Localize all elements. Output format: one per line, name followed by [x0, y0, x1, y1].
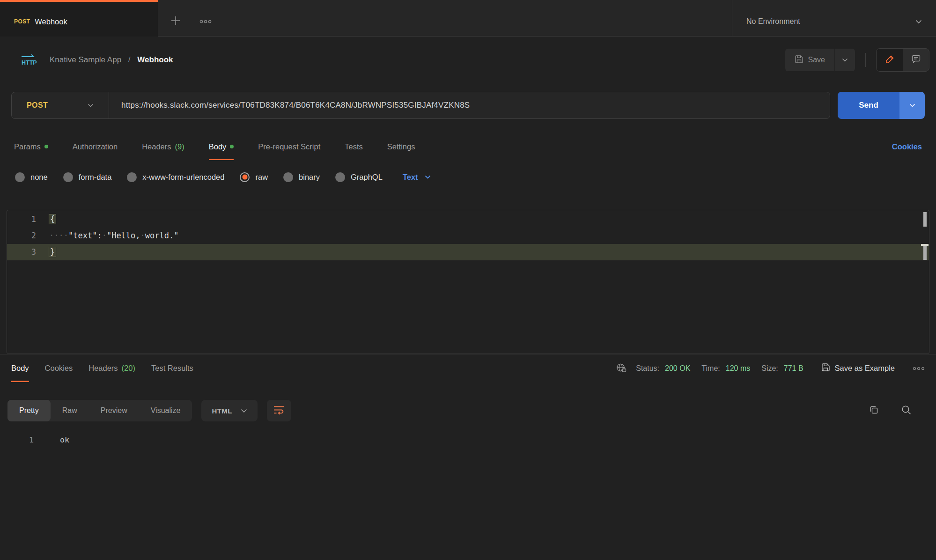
environment-label: No Environment — [746, 17, 800, 26]
response-body[interactable]: 1 ok — [0, 432, 936, 449]
editor-line-1: 1 { — [7, 211, 929, 228]
response-format-selector[interactable]: HTML — [201, 400, 257, 421]
pencil-icon — [885, 54, 895, 66]
response-line-1: 1 ok — [0, 432, 936, 449]
language-label: Text — [403, 173, 418, 182]
save-options-button[interactable] — [834, 49, 855, 71]
radio-icon — [335, 172, 345, 182]
request-tab[interactable]: POST Webhook — [0, 0, 158, 37]
tab-strip-border — [158, 36, 936, 37]
tab-headers[interactable]: Headers (9) — [142, 133, 184, 160]
line-number: 1 — [0, 432, 40, 449]
toolbar-divider — [865, 53, 866, 67]
tab-options-button[interactable] — [195, 0, 216, 37]
breadcrumb-request: Webhook — [137, 55, 173, 64]
tab-params-label: Params — [14, 142, 41, 151]
chevron-down-icon — [842, 58, 848, 62]
search-icon — [901, 405, 912, 417]
radio-graphql[interactable]: GraphQL — [335, 172, 383, 182]
tab-strip-spacer — [216, 0, 732, 37]
edit-mode-group — [876, 48, 929, 72]
response-tab-cookies-label: Cookies — [45, 364, 73, 373]
comments-button[interactable] — [903, 49, 929, 71]
tab-params[interactable]: Params — [14, 133, 48, 160]
cookies-link[interactable]: Cookies — [892, 142, 922, 151]
view-pretty[interactable]: Pretty — [7, 400, 51, 421]
radio-form-data[interactable]: form-data — [63, 172, 112, 182]
view-preview[interactable]: Preview — [89, 400, 139, 421]
radio-none[interactable]: none — [15, 172, 48, 182]
body-active-dot — [230, 145, 234, 148]
overview-ruler-mark[interactable] — [923, 246, 927, 260]
http-request-icon: HTTP — [20, 53, 37, 67]
breadcrumb: Knative Sample App / Webhook — [50, 55, 173, 65]
response-header: Body Cookies Headers (20) Test Results S… — [0, 354, 936, 382]
response-tab-headers[interactable]: Headers (20) — [88, 354, 135, 382]
method-selector[interactable]: POST — [12, 92, 109, 118]
tab-authorization[interactable]: Authorization — [73, 133, 118, 160]
radio-x-www-form-urlencoded[interactable]: x-www-form-urlencoded — [127, 172, 224, 182]
radio-selected-icon — [240, 172, 250, 182]
new-tab-button[interactable] — [165, 0, 186, 37]
view-visualize[interactable]: Visualize — [139, 400, 192, 421]
save-button-label: Save — [808, 56, 825, 64]
search-response-button[interactable] — [901, 405, 912, 417]
tab-method-label: POST — [14, 18, 30, 25]
response-tab-cookies[interactable]: Cookies — [45, 354, 73, 382]
save-icon — [795, 55, 803, 66]
editor-code-text: ····"text":·"Hello,·world." — [49, 228, 178, 244]
language-selector[interactable]: Text — [403, 173, 431, 182]
response-tab-body[interactable]: Body — [11, 354, 29, 382]
url-bar: POST https://hooks.slack.com/services/T0… — [11, 92, 830, 119]
view-raw[interactable]: Raw — [51, 400, 89, 421]
radio-form-data-label: form-data — [79, 173, 112, 182]
headers-count-badge: (9) — [175, 142, 184, 151]
editor-line-2: 2 ····"text":·"Hello,·world." — [7, 228, 929, 244]
request-tabs: Params Authorization Headers (9) Body Pr… — [0, 133, 936, 160]
method-label: POST — [27, 101, 48, 110]
response-tab-test-results-label: Test Results — [151, 364, 193, 373]
time-value: 120 ms — [726, 364, 750, 373]
tab-pre-request-script[interactable]: Pre-request Script — [258, 133, 320, 160]
breadcrumb-collection[interactable]: Knative Sample App — [50, 55, 121, 64]
wrap-lines-button[interactable] — [267, 400, 291, 421]
status-value: 200 OK — [665, 364, 690, 373]
overview-ruler-mark[interactable] — [923, 212, 927, 227]
request-url-row: POST https://hooks.slack.com/services/T0… — [11, 92, 925, 119]
globe-lock-icon[interactable] — [616, 363, 627, 374]
size-label: Size: — [761, 364, 778, 373]
copy-response-button[interactable] — [869, 405, 879, 417]
edit-mode-button[interactable] — [877, 49, 903, 71]
copy-icon — [869, 405, 879, 417]
environment-selector[interactable]: No Environment — [732, 0, 936, 37]
url-input[interactable]: https://hooks.slack.com/services/T06TD83… — [109, 101, 482, 110]
tab-tests[interactable]: Tests — [345, 133, 363, 160]
radio-binary-label: binary — [299, 173, 320, 182]
save-button-group: Save — [785, 49, 855, 71]
send-button[interactable]: Send — [838, 92, 899, 119]
radio-icon — [283, 172, 293, 182]
tab-body-label: Body — [209, 142, 227, 151]
response-options-button[interactable] — [913, 365, 925, 372]
save-button[interactable]: Save — [785, 49, 834, 71]
tab-body[interactable]: Body — [209, 133, 234, 160]
save-as-example-button[interactable]: Save as Example — [821, 363, 895, 374]
chevron-down-icon — [241, 409, 247, 413]
response-tab-test-results[interactable]: Test Results — [151, 354, 193, 382]
response-tab-headers-label: Headers — [88, 364, 118, 373]
send-options-button[interactable] — [899, 92, 925, 119]
chevron-down-icon — [909, 103, 915, 107]
body-editor[interactable]: 1 { 2 ····"text":·"Hello,·world." 3 } — [7, 210, 929, 354]
radio-raw[interactable]: raw — [240, 172, 268, 182]
send-button-group: Send — [838, 92, 925, 119]
radio-binary[interactable]: binary — [283, 172, 320, 182]
comment-icon — [911, 54, 921, 66]
radio-icon — [15, 172, 25, 182]
tab-pre-request-script-label: Pre-request Script — [258, 142, 320, 151]
tab-tests-label: Tests — [345, 142, 363, 151]
response-format-label: HTML — [212, 407, 232, 415]
response-text: ok — [40, 432, 69, 449]
time-label: Time: — [701, 364, 720, 373]
open-brace: { — [49, 214, 56, 224]
tab-settings[interactable]: Settings — [387, 133, 415, 160]
